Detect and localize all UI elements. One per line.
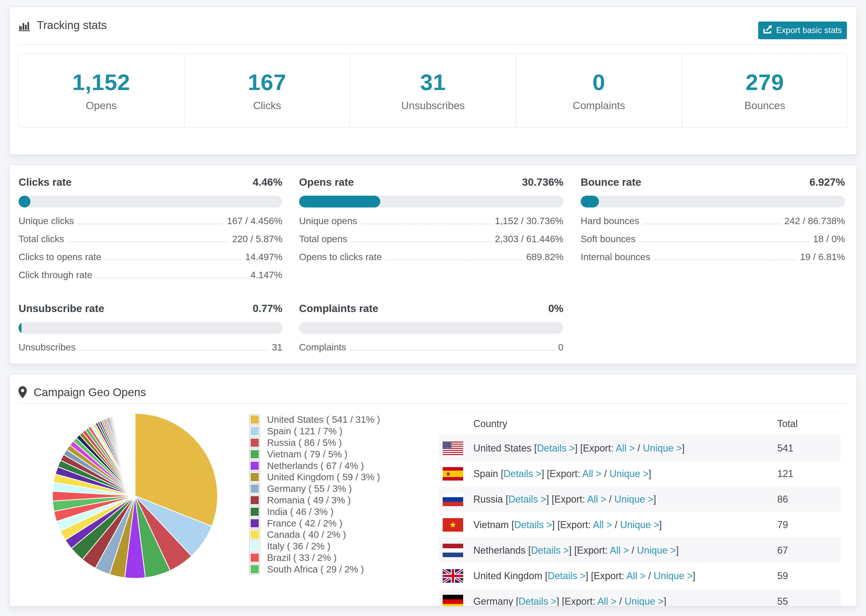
rate-row-label: Click through rate [19, 270, 92, 280]
export-all-link[interactable]: All > [616, 443, 635, 454]
legend-swatch [249, 460, 260, 471]
rate-row-label: Soft bounces [581, 234, 636, 244]
export-all-link[interactable]: All > [597, 596, 616, 607]
campaign-geo-opens-header: Campaign Geo Opens [18, 386, 146, 399]
rate-value: 0.77% [252, 303, 282, 314]
details-link[interactable]: Details > [548, 570, 586, 581]
geo-header-divider [18, 403, 848, 404]
legend-item-romania: Romania ( 49 / 3% ) [249, 495, 380, 506]
export-unique-link[interactable]: Unique > [614, 494, 653, 505]
legend-item-spain: Spain ( 121 / 7% ) [249, 426, 380, 437]
rate-head: Complaints rate0% [299, 303, 564, 314]
export-basic-stats-button[interactable]: Export basic stats [758, 22, 847, 39]
rate-row-value: 0 [558, 342, 564, 353]
geo-opens-table: CountryTotalUnited States [Details >] [E… [439, 412, 841, 607]
export-unique-link[interactable]: Unique > [643, 443, 682, 454]
legend-item-france: France ( 42 / 2% ) [249, 517, 380, 529]
details-link[interactable]: Details > [531, 545, 569, 556]
tracking-stats-title: Tracking stats [37, 19, 107, 32]
stat-value: 279 [746, 69, 784, 96]
legend-item-india: India ( 46 / 3% ) [249, 506, 380, 517]
legend-swatch [249, 564, 260, 575]
geo-table-row-vn: Vietnam [Details >] [Export: All > / Uni… [439, 512, 841, 537]
rate-progress-fill [19, 196, 30, 207]
export-all-link[interactable]: All > [627, 570, 646, 581]
export-unique-link[interactable]: Unique > [609, 468, 649, 479]
dotted-leader [654, 259, 796, 260]
country-cell: United States [Details >] [Export: All >… [473, 443, 685, 454]
complaints-rate-block: Complaints rate0%Complaints0 [299, 303, 564, 360]
geo-table-header: CountryTotal [439, 412, 841, 435]
stat-unsubscribes: 31Unsubscribes [350, 54, 516, 127]
rate-row-value: 18 / 0% [813, 234, 845, 244]
rate-title: Unsubscribe rate [19, 303, 104, 314]
details-link[interactable]: Details > [537, 443, 575, 454]
geo-table-row-de: Germany [Details >] [Export: All > / Uni… [439, 589, 841, 607]
total-cell: 55 [777, 596, 788, 607]
dotted-leader [639, 242, 809, 242]
rate-row-label: Clicks to opens rate [19, 251, 101, 262]
export-all-link[interactable]: All > [610, 545, 629, 556]
details-link[interactable]: Details > [518, 596, 556, 607]
export-unique-link[interactable]: Unique > [653, 570, 693, 581]
legend-label: United Kingdom ( 59 / 3% ) [267, 472, 380, 482]
rate-row-label: Opens to clicks rate [299, 251, 382, 262]
geo-pie-legend: United States ( 541 / 31% )Spain ( 121 /… [249, 414, 380, 575]
legend-label: Romania ( 49 / 3% ) [267, 495, 351, 506]
geo-table-row-gb: United Kingdom [Details >] [Export: All … [439, 563, 841, 589]
stat-value: 31 [420, 69, 446, 96]
export-all-link[interactable]: All > [582, 468, 601, 479]
legend-item-italy: Italy ( 36 / 2% ) [249, 541, 380, 552]
rate-progress-fill [19, 322, 22, 334]
tracking-stats-card: Tracking stats Export basic stats 1,152O… [9, 6, 857, 155]
rate-progress-track [299, 196, 564, 207]
export-all-link[interactable]: All > [587, 494, 606, 505]
rate-title: Opens rate [299, 176, 354, 188]
details-link[interactable]: Details > [514, 519, 552, 530]
export-unique-link[interactable]: Unique > [637, 545, 676, 556]
rate-row-value: 2,303 / 61.446% [495, 234, 564, 244]
export-unique-link[interactable]: Unique > [625, 596, 663, 607]
legend-item-netherlands: Netherlands ( 67 / 4% ) [249, 460, 380, 471]
stat-value: 167 [248, 69, 287, 96]
legend-item-brazil: Brazil ( 33 / 2% ) [249, 552, 380, 564]
total-cell: 79 [777, 519, 788, 531]
geo-table-row-es: Spain [Details >] [Export: All > / Uniqu… [439, 461, 841, 486]
gb-flag-icon [443, 569, 463, 583]
details-link[interactable]: Details > [504, 468, 542, 479]
stat-label: Unsubscribes [401, 100, 465, 112]
stat-clicks: 167Clicks [184, 54, 350, 127]
rate-row-value: 31 [272, 342, 282, 353]
geo-table-row-nl: Netherlands [Details >] [Export: All > /… [439, 537, 841, 563]
geo-table-row-ru: Russia [Details >] [Export: All > / Uniq… [439, 486, 841, 512]
rate-row: Opens to clicks rate689.82% [299, 251, 564, 270]
map-pin-icon [18, 386, 27, 399]
rate-row-value: 1,152 / 30.736% [495, 215, 564, 226]
details-link[interactable]: Details > [508, 494, 546, 505]
stat-opens: 1,152Opens [19, 54, 184, 127]
dotted-leader [105, 259, 241, 260]
stat-value: 1,152 [72, 69, 130, 96]
export-unique-link[interactable]: Unique > [620, 519, 659, 530]
rate-row-value: 689.82% [526, 251, 564, 262]
legend-label: Vietnam ( 79 / 5% ) [267, 449, 348, 460]
legend-label: Germany ( 55 / 3% ) [267, 483, 352, 494]
legend-swatch [249, 437, 260, 448]
legend-swatch [249, 552, 260, 563]
rate-row: Clicks to opens rate14.497% [19, 251, 282, 270]
rate-row-value: 14.497% [245, 251, 282, 262]
rate-rows: Hard bounces242 / 86.738%Soft bounces18 … [581, 215, 845, 270]
dotted-leader [79, 350, 268, 350]
rate-value: 4.46% [252, 176, 282, 188]
rate-row: Unsubscribes31 [19, 342, 282, 360]
total-cell: 121 [777, 468, 794, 479]
es-flag-icon [443, 467, 463, 481]
geo-table-row-us: United States [Details >] [Export: All >… [439, 435, 841, 461]
legend-swatch [249, 541, 260, 552]
rate-row-label: Total opens [299, 234, 347, 244]
export-all-link[interactable]: All > [593, 519, 612, 530]
dotted-leader [386, 259, 522, 260]
rate-row-value: 220 / 5.87% [232, 234, 282, 244]
dotted-leader [351, 242, 491, 242]
rates-card: Clicks rate4.46%Unique clicks167 / 4.456… [9, 165, 857, 364]
